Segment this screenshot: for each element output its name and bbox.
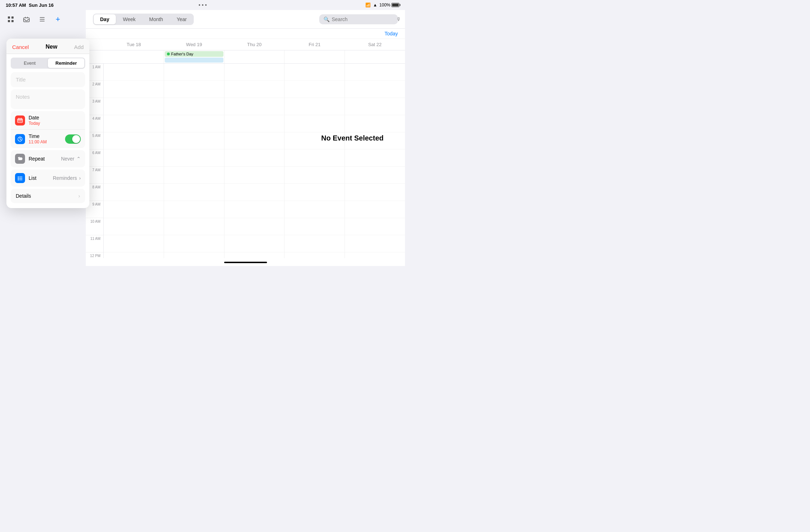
svg-rect-3 bbox=[11, 20, 14, 22]
days-header: Tue 18 Wed 19 Thu 20 Fri 21 Sat 22 bbox=[86, 39, 405, 50]
cell-fri-9[interactable] bbox=[285, 201, 345, 218]
cell-fri-4[interactable] bbox=[285, 115, 345, 132]
cell-wed-7[interactable] bbox=[164, 167, 224, 184]
cell-thu-6[interactable] bbox=[224, 149, 285, 167]
cell-thu-9[interactable] bbox=[224, 201, 285, 218]
list-value-container: Reminders › bbox=[53, 175, 81, 181]
cell-fri-3[interactable] bbox=[285, 98, 345, 115]
cancel-button[interactable]: Cancel bbox=[12, 44, 29, 50]
date-row[interactable]: Date Today bbox=[11, 111, 85, 130]
cell-fri-12[interactable] bbox=[285, 252, 345, 258]
details-row[interactable]: Details › bbox=[11, 189, 85, 203]
time-toggle[interactable] bbox=[65, 134, 81, 144]
cell-tue-5[interactable] bbox=[104, 132, 164, 149]
cell-thu-4[interactable] bbox=[224, 115, 285, 132]
col-tue[interactable] bbox=[104, 64, 164, 258]
cell-tue-10[interactable] bbox=[104, 218, 164, 235]
cell-wed-12[interactable] bbox=[164, 252, 224, 258]
popup-tabs: Event Reminder bbox=[11, 58, 85, 69]
cell-sat-9[interactable] bbox=[345, 201, 405, 218]
cell-wed-4[interactable] bbox=[164, 115, 224, 132]
cell-thu-11[interactable] bbox=[224, 235, 285, 252]
notes-field-container bbox=[11, 89, 85, 109]
cell-thu-12[interactable] bbox=[224, 252, 285, 258]
tab-day[interactable]: Day bbox=[94, 14, 116, 24]
cell-thu-3[interactable] bbox=[224, 98, 285, 115]
time-row[interactable]: Time 11:00 AM bbox=[11, 130, 85, 148]
cell-tue-7[interactable] bbox=[104, 167, 164, 184]
col-thu[interactable] bbox=[224, 64, 285, 258]
col-sat[interactable] bbox=[345, 64, 405, 258]
tab-month[interactable]: Month bbox=[143, 14, 169, 24]
cell-tue-1[interactable] bbox=[104, 64, 164, 81]
col-fri[interactable] bbox=[284, 64, 345, 258]
status-date: Sun Jun 16 bbox=[29, 3, 54, 8]
tab-week[interactable]: Week bbox=[117, 14, 142, 24]
grid-icon[interactable] bbox=[6, 14, 16, 24]
list-icon[interactable] bbox=[37, 14, 47, 24]
cell-tue-11[interactable] bbox=[104, 235, 164, 252]
cell-sat-11[interactable] bbox=[345, 235, 405, 252]
cell-wed-5[interactable] bbox=[164, 132, 224, 149]
cell-thu-2[interactable] bbox=[224, 81, 285, 98]
cell-fri-11[interactable] bbox=[285, 235, 345, 252]
cell-fri-7[interactable] bbox=[285, 167, 345, 184]
title-input[interactable] bbox=[16, 77, 80, 83]
cell-tue-12[interactable] bbox=[104, 252, 164, 258]
cell-fri-10[interactable] bbox=[285, 218, 345, 235]
cell-fri-1[interactable] bbox=[285, 64, 345, 81]
repeat-row[interactable]: Repeat Never ⌃ bbox=[11, 150, 85, 167]
list-row[interactable]: List Reminders › bbox=[11, 169, 85, 187]
cell-tue-9[interactable] bbox=[104, 201, 164, 218]
cell-fri-2[interactable] bbox=[285, 81, 345, 98]
cell-wed-2[interactable] bbox=[164, 81, 224, 98]
cell-sat-8[interactable] bbox=[345, 184, 405, 201]
cell-sat-4[interactable] bbox=[345, 115, 405, 132]
repeat-content: Repeat bbox=[29, 156, 61, 162]
cell-thu-1[interactable] bbox=[224, 64, 285, 81]
cell-thu-8[interactable] bbox=[224, 184, 285, 201]
cell-wed-9[interactable] bbox=[164, 201, 224, 218]
cell-thu-7[interactable] bbox=[224, 167, 285, 184]
cell-wed-1[interactable] bbox=[164, 64, 224, 81]
cell-sat-12[interactable] bbox=[345, 252, 405, 258]
fathers-day-event[interactable]: Father's Day bbox=[165, 51, 223, 57]
tab-event[interactable]: Event bbox=[11, 58, 48, 68]
cell-tue-6[interactable] bbox=[104, 149, 164, 167]
today-bar: Today bbox=[86, 29, 405, 39]
cell-wed-3[interactable] bbox=[164, 98, 224, 115]
add-button[interactable]: + bbox=[53, 14, 63, 24]
tab-year[interactable]: Year bbox=[170, 14, 193, 24]
inbox-icon[interactable] bbox=[21, 14, 31, 24]
cell-wed-8[interactable] bbox=[164, 184, 224, 201]
cell-tue-3[interactable] bbox=[104, 98, 164, 115]
notes-input[interactable] bbox=[16, 94, 80, 100]
all-day-col-1[interactable]: Father's Day bbox=[164, 50, 224, 63]
cell-fri-8[interactable] bbox=[285, 184, 345, 201]
cell-sat-7[interactable] bbox=[345, 167, 405, 184]
cell-fri-6[interactable] bbox=[285, 149, 345, 167]
cell-sat-1[interactable] bbox=[345, 64, 405, 81]
cell-wed-11[interactable] bbox=[164, 235, 224, 252]
calendar-columns bbox=[104, 64, 405, 258]
col-wed[interactable] bbox=[164, 64, 224, 258]
cell-sat-3[interactable] bbox=[345, 98, 405, 115]
cell-thu-5[interactable] bbox=[224, 132, 285, 149]
cell-sat-6[interactable] bbox=[345, 149, 405, 167]
signal-icon: ▲ bbox=[373, 3, 377, 8]
status-time: 10:57 AM bbox=[6, 3, 26, 8]
cell-thu-10[interactable] bbox=[224, 218, 285, 235]
cell-sat-2[interactable] bbox=[345, 81, 405, 98]
cell-tue-8[interactable] bbox=[104, 184, 164, 201]
today-button[interactable]: Today bbox=[385, 31, 398, 36]
add-reminder-button[interactable]: Add bbox=[74, 44, 84, 50]
search-input[interactable] bbox=[332, 16, 394, 22]
microphone-icon[interactable]: 🎙 bbox=[396, 16, 401, 22]
cell-tue-4[interactable] bbox=[104, 115, 164, 132]
cell-tue-2[interactable] bbox=[104, 81, 164, 98]
tab-reminder[interactable]: Reminder bbox=[48, 58, 84, 68]
cell-wed-6[interactable] bbox=[164, 149, 224, 167]
main-calendar: Day Week Month Year 🔍 🎙 Today Tue 18 Wed… bbox=[86, 10, 405, 266]
cell-sat-10[interactable] bbox=[345, 218, 405, 235]
cell-wed-10[interactable] bbox=[164, 218, 224, 235]
